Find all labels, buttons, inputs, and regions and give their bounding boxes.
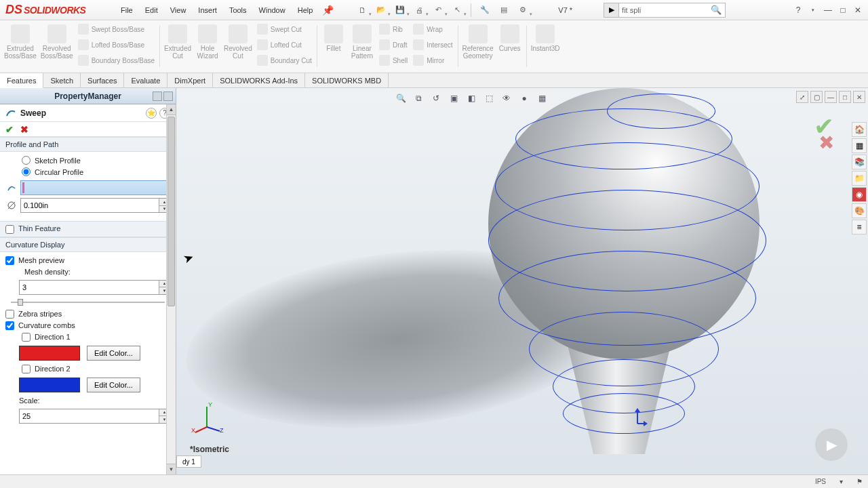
direction1-checkbox[interactable] (22, 333, 31, 342)
menu-view[interactable]: View (165, 3, 192, 17)
close-icon[interactable]: ✕ (852, 4, 864, 16)
home-icon[interactable]: 🏠 (852, 122, 867, 137)
draft-button[interactable]: Draft (377, 37, 410, 52)
lofted-cut-button[interactable]: Lofted Cut (255, 37, 314, 52)
menu-file[interactable]: File (115, 3, 138, 17)
reject-feature-icon[interactable]: ✖ (818, 131, 834, 154)
edit-color2-button[interactable]: Edit Color... (87, 378, 140, 392)
reference-geometry-button[interactable]: Reference Geometry (461, 22, 495, 71)
help-start-icon[interactable]: ⭐ (146, 108, 157, 119)
wrap-button[interactable]: Wrap (411, 22, 454, 37)
scene-icon[interactable]: ▦ (534, 91, 549, 106)
zebra-stripes-checkbox[interactable] (5, 310, 14, 319)
circular-profile-radio[interactable] (22, 167, 31, 176)
edit-color1-button[interactable]: Edit Color... (87, 346, 140, 361)
section-curvature-display[interactable]: Curvature Display˄ (0, 237, 176, 252)
design-lib-icon[interactable]: 📚 (852, 155, 867, 169)
options-button[interactable]: ⚙▾ (515, 2, 531, 18)
graphics-viewport[interactable]: 🔍 ⧉ ↺ ▣ ◧ ⬚ 👁 ● ▦ ⤢ ▢ — □ ✕ ✔ ✖ 🏠 ▦ 📚 📁 … (176, 88, 868, 474)
fillet-button[interactable]: Fillet (320, 22, 347, 71)
vp-expand-icon[interactable]: ⤢ (796, 91, 808, 103)
appearances-icon[interactable]: 🎨 (852, 203, 867, 218)
new-doc-button[interactable]: 🗋▾ (354, 2, 370, 18)
cancel-button[interactable]: ✖ (20, 124, 28, 135)
sketch-profile-radio[interactable] (22, 156, 31, 165)
tab-features[interactable]: Features (0, 73, 43, 88)
extruded-boss-button[interactable]: Extruded Boss/Base (3, 22, 38, 71)
status-flag-icon[interactable]: ⚑ (856, 478, 863, 485)
section-thin-feature[interactable]: Thin Feature˅ (0, 221, 176, 237)
undo-button[interactable]: ↶▾ (430, 2, 446, 18)
lofted-boss-button[interactable]: Lofted Boss/Base (76, 37, 157, 52)
path-selection-box[interactable] (20, 180, 170, 195)
menu-window[interactable]: Window (254, 3, 291, 17)
ok-button[interactable]: ✔ (5, 124, 14, 135)
select-button[interactable]: ↖▾ (449, 2, 465, 18)
extruded-cut-button[interactable]: Extruded Cut (163, 22, 193, 71)
play-overlay-icon[interactable]: ▶ (815, 428, 848, 461)
maximize-icon[interactable]: □ (837, 4, 849, 16)
direction2-color[interactable] (19, 378, 80, 392)
pm-scrollbar[interactable]: ▲▼ (166, 104, 176, 474)
hide-show-icon[interactable]: 👁 (499, 91, 514, 106)
tab-dimxpert[interactable]: DimXpert (167, 73, 213, 87)
boundary-cut-button[interactable]: Boundary Cut (255, 53, 314, 68)
prev-view-icon[interactable]: ↺ (429, 91, 443, 106)
revolved-boss-button[interactable]: Revolved Boss/Base (39, 22, 75, 71)
pm-dropdown-icon[interactable] (163, 92, 173, 101)
search-icon[interactable]: 🔍 (707, 5, 725, 15)
zoom-fit-icon[interactable]: 🔍 (393, 91, 408, 106)
mesh-density-input[interactable] (20, 283, 159, 291)
open-doc-button[interactable]: 📂▾ (373, 2, 389, 18)
file-explorer-icon[interactable]: 📁 (852, 171, 867, 186)
pm-pin-icon[interactable] (153, 92, 162, 101)
tab-addins[interactable]: SOLIDWORKS Add-Ins (213, 73, 305, 87)
direction1-color[interactable] (19, 346, 80, 361)
search-scope-icon[interactable]: ▶ (604, 3, 619, 17)
tab-mbd[interactable]: SOLIDWORKS MBD (305, 73, 389, 87)
move-triad-icon[interactable] (627, 407, 648, 427)
swept-cut-button[interactable]: Swept Cut (255, 22, 314, 37)
rebuild-button[interactable]: 🔧 (477, 2, 493, 18)
section-view-icon[interactable]: ▣ (446, 91, 461, 106)
status-units[interactable]: IPS (815, 478, 826, 485)
zoom-area-icon[interactable]: ⧉ (411, 91, 426, 106)
print-button[interactable]: 🖨▾ (411, 2, 427, 18)
options-list-button[interactable]: ▤ (496, 2, 512, 18)
instant3d-button[interactable]: Instant3D (530, 22, 561, 71)
mesh-preview-checkbox[interactable] (5, 256, 14, 265)
revolved-cut-button[interactable]: Revolved Cut (222, 22, 254, 71)
view-orientation-icon[interactable]: ⬚ (481, 91, 496, 106)
mirror-button[interactable]: Mirror (411, 53, 454, 68)
appearance-icon[interactable]: ● (517, 91, 532, 106)
swept-boss-button[interactable]: Swept Boss/Base (76, 22, 157, 37)
save-button[interactable]: 💾▾ (392, 2, 408, 18)
document-tab[interactable]: dy 1 (176, 455, 201, 468)
help-icon[interactable]: ? (792, 4, 804, 16)
tab-surfaces[interactable]: Surfaces (81, 73, 124, 87)
curvature-combs-checkbox[interactable] (5, 321, 14, 330)
menu-edit[interactable]: Edit (140, 3, 163, 17)
resources-icon[interactable]: ▦ (852, 138, 867, 153)
curves-button[interactable]: Curves (496, 22, 524, 71)
section-profile-path[interactable]: Profile and Path˄ (0, 137, 176, 152)
mesh-density-slider[interactable] (11, 298, 165, 307)
tab-evaluate[interactable]: Evaluate (124, 73, 167, 87)
custom-props-icon[interactable]: ≡ (852, 220, 867, 235)
thin-feature-checkbox[interactable] (5, 225, 14, 234)
menu-help[interactable]: Help (292, 3, 319, 17)
view-palette-icon[interactable]: ◉ (852, 187, 867, 202)
vp-minimize-icon[interactable]: — (825, 91, 837, 103)
menu-tools[interactable]: Tools (224, 3, 252, 17)
search-input[interactable] (619, 5, 707, 16)
pin-icon[interactable]: 📌 (322, 5, 334, 16)
linear-pattern-button[interactable]: Linear Pattern (349, 22, 376, 71)
direction2-checkbox[interactable] (22, 365, 31, 373)
vp-close-icon[interactable]: ✕ (853, 91, 865, 103)
menu-insert[interactable]: Insert (193, 3, 222, 17)
minimize-icon[interactable]: — (822, 4, 834, 16)
tab-sketch[interactable]: Sketch (43, 73, 81, 87)
hole-wizard-button[interactable]: Hole Wizard (194, 22, 221, 71)
diameter-input[interactable] (21, 201, 159, 209)
vp-maximize-icon[interactable]: □ (839, 91, 851, 103)
